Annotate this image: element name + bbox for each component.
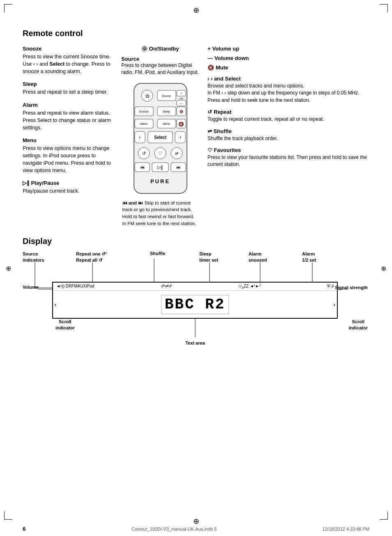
volume-down-label: Volume down (214, 55, 249, 61)
footer: 6 Contour_100Di-V3_manual-UK-Aus.indb 6 … (0, 526, 392, 532)
crosshair-right: ⊕ (381, 264, 386, 272)
repeat-label: Repeat (214, 109, 231, 115)
page-number: 6 (23, 526, 25, 532)
alarm-set-label: Alarm1/2 set (302, 251, 316, 263)
sleep-timer-label: Sleeptimer set (199, 251, 218, 263)
display-icons-right: ☉zZZ ◄¹►² (238, 284, 261, 290)
svg-text:🔇: 🔇 (178, 121, 184, 127)
svg-text:Source: Source (161, 94, 171, 97)
scroll-left-arrow: ‹ (55, 301, 56, 308)
footer-left: Contour_100Di-V3_manual-UK-Aus.indb 6 (131, 527, 217, 531)
source-label: Source (121, 56, 199, 62)
display-title: Display (23, 237, 369, 246)
svg-text:Sleep: Sleep (163, 110, 170, 113)
svg-text:▷‖: ▷‖ (157, 165, 163, 170)
alarm-title: Alarm (23, 102, 113, 108)
corner-mark-tl (4, 4, 12, 12)
svg-text:♡: ♡ (158, 151, 162, 156)
remote-svg: ⏻ Source + Vol — (131, 81, 190, 196)
svg-text:⏮: ⏮ (140, 165, 144, 170)
minus-icon: — (208, 55, 213, 61)
repeat-item: ↺ Repeat Toggle to repeat current track,… (208, 109, 369, 123)
footer-right: 12/18/2012 4:33:48 PM (323, 527, 369, 531)
on-standby-text: On/Standby (149, 46, 179, 52)
corner-mark-bl (4, 511, 12, 520)
display-signal: Ψ.ıl (327, 284, 334, 290)
scroll-right-arrow: › (334, 301, 335, 308)
col-right: + Volume up — Volume down 🔇 Mute (203, 46, 369, 228)
source-text: Press to change between Digital radio, F… (121, 62, 199, 76)
shuffle-diag-label: Shuffle (150, 251, 165, 256)
display-section: Display Sourceindicators Repeat one ↺¹Re… (23, 237, 369, 345)
col-center: ⏻ On/Standby Source Press to change betw… (117, 46, 203, 228)
main-content: Remote control Snooze Press to view the … (23, 29, 369, 345)
play-pause-title: ▷‖ Play/Pause (23, 180, 113, 186)
power-icon: ⏻ (142, 46, 147, 51)
source-indicators-label: Sourceindicators (23, 251, 44, 263)
crosshair-left: ⊕ (6, 264, 11, 272)
section-title: Remote control (23, 29, 369, 38)
display-icons-row: ◄•)) DRFMAUXiPod ↺¹⇌↺ ☉zZZ ◄¹►² Ψ.ıl (53, 283, 337, 291)
sleep-title: Sleep (23, 81, 113, 87)
volume-up-title: + Volume up (208, 46, 369, 52)
corner-mark-tr (380, 4, 388, 12)
signal-strength-label: Signal strength (335, 285, 368, 290)
display-text-area: ‹ BBC R2 › (53, 291, 337, 318)
svg-text:PURE: PURE (150, 178, 170, 184)
lcd-text: BBC R2 (58, 295, 331, 314)
plus-icon: + (208, 46, 211, 52)
menu-title: Menu (23, 137, 113, 143)
sleep-text: Press and repeat to set a sleep timer. (23, 88, 113, 96)
crosshair-top: ⊕ (193, 6, 199, 15)
display-icons-left: ◄•)) DRFMAUXiPod (56, 284, 94, 290)
svg-text:⏻: ⏻ (145, 94, 149, 98)
source-box: Source Press to change between Digital r… (121, 56, 199, 78)
mute-title: 🔇 Mute (208, 64, 369, 71)
mute-item: 🔇 Mute (208, 64, 369, 71)
repeat-icon: ↺ (208, 109, 212, 115)
svg-text:‹: ‹ (139, 134, 141, 140)
display-icons-center: ↺¹⇌↺ (161, 284, 172, 290)
display-screen: ◄•)) DRFMAUXiPod ↺¹⇌↺ ☉zZZ ◄¹►² Ψ.ıl ‹ B… (52, 282, 338, 319)
favourites-item: ♡ Favourites Press to view your favourit… (208, 147, 369, 168)
page: ⊕ ⊕ ⊕ ⊕ Remote control Snooze Press to v… (0, 0, 392, 536)
alarm-snoozed-label: Alarmsnoozed (249, 251, 267, 263)
favourites-title: ♡ Favourites (208, 147, 369, 153)
snooze-title: Snooze (23, 46, 113, 52)
shuffle-icon: ⇌ Shuffle (208, 128, 232, 134)
nav-select-item: ‹ › and Select Browse and select tracks … (208, 76, 369, 104)
crosshair-bottom: ⊕ (193, 517, 199, 526)
repeat-text: Toggle to repeat current track, repeat a… (208, 116, 369, 123)
mute-label: Mute (216, 64, 228, 71)
svg-text:↺: ↺ (142, 151, 145, 156)
scroll-indicator-right-label: Scrollindicator (349, 319, 368, 331)
svg-text:⏭: ⏭ (176, 165, 180, 170)
three-col-layout: Snooze Press to view the current Snooze … (23, 46, 369, 228)
text-area-label: Text area (185, 340, 205, 345)
lcd-chars: BBC R2 (161, 295, 229, 314)
shuffle-text: Shuffle the track playback order. (208, 135, 369, 142)
nav-select-text: Browse and select tracks and menu option… (208, 83, 369, 104)
scroll-indicator-left-label: Scrollindicator (55, 319, 74, 331)
volume-up-item: + Volume up (208, 46, 369, 52)
volume-label: Volume (23, 285, 39, 290)
on-standby-label: ⏻ On/Standby (142, 46, 179, 52)
col-left: Snooze Press to view the current Snooze … (23, 46, 117, 228)
svg-text:Select: Select (154, 135, 166, 140)
nav-select-title: ‹ › and Select (208, 76, 369, 82)
shuffle-title: ⇌ Shuffle (208, 128, 369, 134)
mute-icon: 🔇 (208, 64, 214, 71)
alarm-text: Press and repeat to view alarm status. P… (23, 109, 113, 131)
corner-mark-br (380, 511, 388, 520)
display-diagram: Sourceindicators Repeat one ↺¹Repeat all… (23, 251, 368, 345)
svg-text:Snooze: Snooze (139, 110, 149, 113)
svg-text:Vol: Vol (179, 97, 182, 100)
svg-text:Alarm: Alarm (140, 122, 147, 125)
svg-text:—: — (180, 102, 182, 105)
favourites-text: Press to view your favourite stations li… (208, 154, 369, 168)
menu-text: Press to view options menu to change set… (23, 145, 113, 175)
repeat-title: ↺ Repeat (208, 109, 369, 115)
snooze-text: Press to view the current Snooze time. U… (23, 53, 113, 75)
svg-text:›: › (180, 134, 181, 140)
svg-text:🔇: 🔇 (179, 110, 183, 113)
